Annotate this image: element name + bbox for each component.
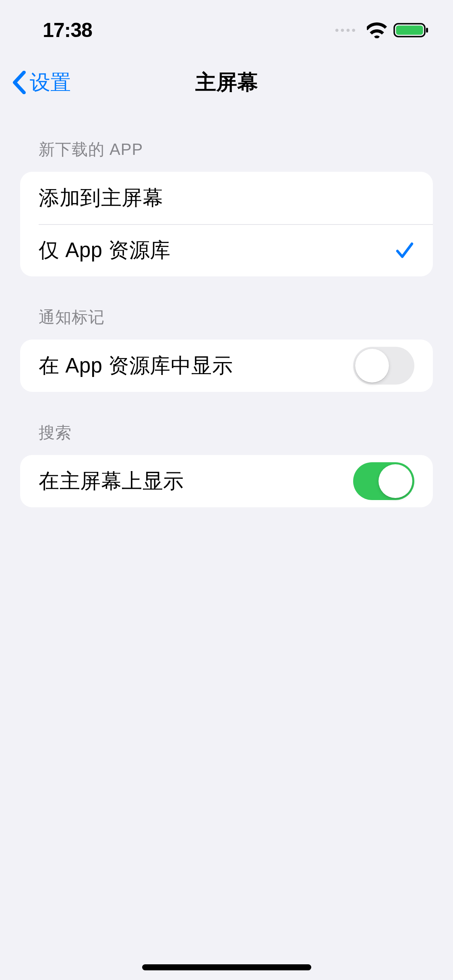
section-body-new-apps: 添加到主屏幕 仅 App 资源库: [20, 172, 433, 276]
option-label: 仅 App 资源库: [39, 237, 171, 264]
cellular-dots-icon: ••••: [335, 24, 357, 37]
toggle-label: 在 App 资源库中显示: [39, 352, 233, 380]
svg-rect-1: [396, 26, 423, 35]
section-header-new-apps: 新下载的 APP: [0, 138, 453, 172]
svg-rect-2: [426, 28, 428, 33]
wifi-icon: [367, 22, 387, 38]
section-header-badges: 通知标记: [0, 306, 453, 340]
back-label: 设置: [30, 69, 71, 97]
status-time: 17:38: [43, 19, 92, 42]
option-app-library-only[interactable]: 仅 App 资源库: [20, 224, 433, 276]
section-badges: 通知标记 在 App 资源库中显示: [0, 306, 453, 392]
switch-knob: [355, 349, 389, 383]
toggle-show-on-home[interactable]: 在主屏幕上显示: [20, 455, 433, 507]
chevron-left-icon: [12, 71, 27, 94]
section-new-apps: 新下载的 APP 添加到主屏幕 仅 App 资源库: [0, 138, 453, 276]
status-bar: 17:38 ••••: [0, 0, 453, 56]
checkmark-icon: [395, 241, 414, 260]
option-add-to-home[interactable]: 添加到主屏幕: [20, 172, 433, 224]
battery-icon: [393, 22, 429, 38]
switch-on[interactable]: [353, 462, 414, 500]
toggle-show-in-app-library[interactable]: 在 App 资源库中显示: [20, 340, 433, 392]
switch-knob: [379, 464, 412, 498]
status-indicators: ••••: [335, 22, 429, 38]
toggle-label: 在主屏幕上显示: [39, 467, 184, 495]
switch-off[interactable]: [353, 347, 414, 385]
back-button[interactable]: 设置: [0, 69, 71, 97]
section-body-badges: 在 App 资源库中显示: [20, 340, 433, 392]
section-header-search: 搜索: [0, 422, 453, 455]
section-body-search: 在主屏幕上显示: [20, 455, 433, 507]
section-search: 搜索 在主屏幕上显示: [0, 422, 453, 507]
option-label: 添加到主屏幕: [39, 184, 163, 212]
nav-bar: 设置 主屏幕: [0, 56, 453, 109]
home-indicator[interactable]: [142, 964, 311, 970]
